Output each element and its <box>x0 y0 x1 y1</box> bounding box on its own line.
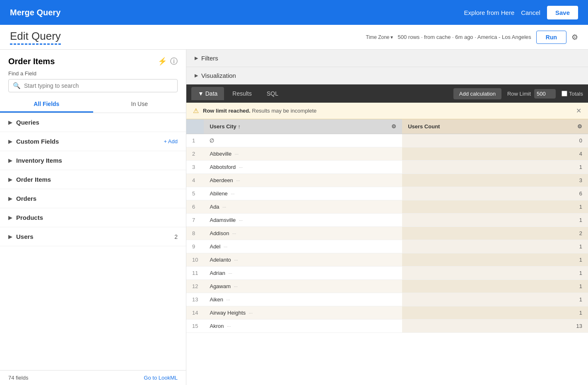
ellipsis-icon: ··· <box>249 310 253 315</box>
go-to-lookml-link[interactable]: Go to LookML <box>144 375 178 381</box>
settings-icon[interactable]: ⚙ <box>571 33 578 42</box>
field-tabs: All Fields In Use <box>0 96 186 113</box>
count-cell: 1 <box>402 267 588 280</box>
users-city-gear-icon[interactable]: ⚙ <box>391 123 396 130</box>
field-list: ▶ Queries ▶ Custom Fields + Add ▶ Invent… <box>0 113 186 370</box>
tab-in-use[interactable]: In Use <box>93 96 186 113</box>
warning-icon: ⚠ <box>193 107 199 115</box>
row-num-cell: 12 <box>186 280 204 293</box>
filters-label: Filters <box>201 55 218 62</box>
field-group-inventory-header[interactable]: ▶ Inventory Items <box>0 151 186 170</box>
users-badge: 2 <box>174 233 178 240</box>
city-cell: Ada ··· <box>204 200 402 214</box>
field-group-queries-header[interactable]: ▶ Queries <box>0 113 186 132</box>
ellipsis-icon: ··· <box>222 205 226 209</box>
chevron-right-icon2: ▶ <box>8 139 12 144</box>
field-group-queries: ▶ Queries <box>0 113 186 132</box>
table-row: 10Adelanto ···1 <box>186 253 588 267</box>
chevron-right-icon: ▶ <box>8 120 12 125</box>
field-group-users-header[interactable]: ▶ Users 2 <box>0 227 186 246</box>
table-row: 13Aiken ···1 <box>186 293 588 306</box>
row-num-cell: 15 <box>186 320 204 333</box>
count-cell: 0 <box>402 134 588 147</box>
chevron-right-icon6: ▶ <box>8 215 12 221</box>
table-row: 14Airway Heights ···1 <box>186 306 588 320</box>
table-row: 2Abbeville ···4 <box>186 147 588 161</box>
explore-from-here-link[interactable]: Explore from Here <box>464 9 515 16</box>
count-cell: 2 <box>402 227 588 240</box>
count-cell: 1 <box>402 214 588 227</box>
chevron-right-icon3: ▶ <box>8 158 12 164</box>
chevron-right-icon4: ▶ <box>8 177 12 183</box>
city-cell: Agawam ··· <box>204 280 402 293</box>
row-limit-label: Row Limit <box>507 91 531 97</box>
count-cell: 1 <box>402 280 588 293</box>
ellipsis-icon: ··· <box>239 165 243 170</box>
right-panel: ▶ Filters ▶ Visualization ▼ Data Results… <box>186 50 588 385</box>
field-group-order-items-header[interactable]: ▶ Order Items <box>0 170 186 189</box>
run-button[interactable]: Run <box>536 31 566 44</box>
table-row: 4Aberdeen ···3 <box>186 174 588 187</box>
add-calculation-button[interactable]: Add calculation <box>453 88 501 99</box>
row-num-cell: 3 <box>186 161 204 174</box>
city-cell: Adelanto ··· <box>204 253 402 267</box>
search-input[interactable] <box>24 82 173 89</box>
panel-footer: 74 fields Go to LookML <box>0 370 186 385</box>
table-row: 15Akron ···13 <box>186 320 588 333</box>
subheader: Edit Query Time Zone ▾ 500 rows · from c… <box>0 25 588 50</box>
tab-all-fields[interactable]: All Fields <box>0 96 93 113</box>
field-group-inventory: ▶ Inventory Items <box>0 151 186 170</box>
panel-header: Order Items ⚡ ⓘ <box>0 50 186 70</box>
city-cell: Aiken ··· <box>204 293 402 306</box>
group-inventory-label: Inventory Items <box>16 157 62 164</box>
table-row: 9Adel ···1 <box>186 240 588 253</box>
tab-data[interactable]: ▼ Data <box>191 87 224 100</box>
row-num-cell: 2 <box>186 147 204 161</box>
count-cell: 3 <box>402 174 588 187</box>
row-num-cell: 10 <box>186 253 204 267</box>
timezone-selector[interactable]: Time Zone ▾ <box>366 34 393 40</box>
ellipsis-icon: ··· <box>234 257 238 262</box>
city-cell: Adamsville ··· <box>204 214 402 227</box>
back-circle-icon[interactable]: ⓘ <box>170 56 178 66</box>
close-warning-button[interactable]: ✕ <box>576 107 581 115</box>
row-num-cell: 11 <box>186 267 204 280</box>
field-count: 74 fields <box>8 375 28 381</box>
city-cell: Adrian ··· <box>204 267 402 280</box>
table-row: 1∅0 <box>186 134 588 147</box>
chevron-right-icon7: ▶ <box>8 234 12 240</box>
count-cell: 1 <box>402 253 588 267</box>
count-cell: 1 <box>402 161 588 174</box>
tab-results[interactable]: Results <box>226 87 258 100</box>
field-group-products-header[interactable]: ▶ Products <box>0 208 186 227</box>
top-actions: Explore from Here Cancel Save <box>464 6 578 19</box>
row-num-cell: 7 <box>186 214 204 227</box>
field-group-orders-header[interactable]: ▶ Orders <box>0 189 186 208</box>
save-button[interactable]: Save <box>547 6 578 19</box>
group-products-label: Products <box>16 214 43 221</box>
lightning-icon: ⚡ <box>158 57 167 66</box>
data-table: Users City ↑ ⚙ Users Count ⚙ 1∅ <box>186 119 588 333</box>
triangle-right-icon2: ▶ <box>195 73 198 78</box>
row-limit-input[interactable] <box>534 89 556 99</box>
city-cell: Adel ··· <box>204 240 402 253</box>
users-count-gear-icon[interactable]: ⚙ <box>577 123 582 130</box>
chevron-right-icon5: ▶ <box>8 196 12 202</box>
field-group-order-items: ▶ Order Items <box>0 170 186 189</box>
visualization-section[interactable]: ▶ Visualization <box>186 67 588 84</box>
city-cell: Abbotsford ··· <box>204 161 402 174</box>
filters-section[interactable]: ▶ Filters <box>186 50 588 67</box>
row-num-cell: 4 <box>186 174 204 187</box>
tab-sql[interactable]: SQL <box>260 87 285 100</box>
ellipsis-icon: ··· <box>234 284 238 289</box>
group-users-label: Users <box>16 233 34 240</box>
totals-checkbox[interactable] <box>561 91 567 96</box>
timezone-label: Time Zone <box>366 34 390 40</box>
row-num-header <box>186 119 204 134</box>
field-group-custom-fields-header[interactable]: ▶ Custom Fields + Add <box>0 132 186 151</box>
custom-fields-add-link[interactable]: + Add <box>164 138 178 144</box>
panel-title: Order Items <box>8 57 154 66</box>
table-row: 5Abilene ···6 <box>186 187 588 200</box>
city-cell: Abbeville ··· <box>204 147 402 161</box>
cancel-link[interactable]: Cancel <box>521 9 540 16</box>
